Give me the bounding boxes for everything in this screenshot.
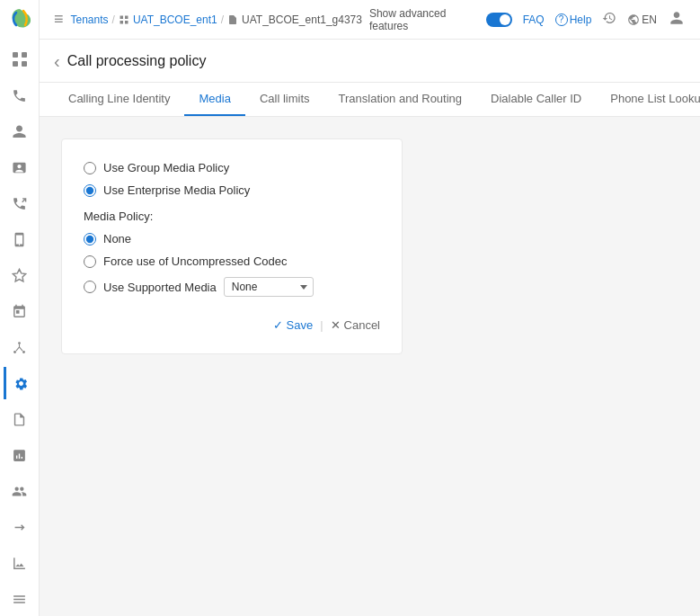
force-uncompressed-label: Force use of Uncompressed Codec xyxy=(103,254,287,268)
sidebar-item-device[interactable] xyxy=(4,223,36,255)
logo[interactable] xyxy=(7,7,32,32)
use-enterprise-media-option[interactable]: Use Enterprise Media Policy xyxy=(84,183,380,197)
svg-point-6 xyxy=(22,351,25,353)
tab-call-limits[interactable]: Call limits xyxy=(245,83,324,116)
svg-rect-10 xyxy=(125,21,128,24)
sidebar-item-calls[interactable] xyxy=(4,187,36,219)
none-policy-option[interactable]: None xyxy=(84,232,380,246)
force-uncompressed-option[interactable]: Force use of Uncompressed Codec xyxy=(84,254,380,268)
main-content: ≡ Tenants / UAT_BCOE_ent1 / UAT_BCOE_ent… xyxy=(40,0,700,616)
use-supported-media-radio[interactable] xyxy=(84,281,96,293)
tab-media[interactable]: Media xyxy=(184,83,244,116)
sidebar-item-network[interactable] xyxy=(4,331,36,363)
sidebar-item-settings[interactable] xyxy=(4,367,36,399)
media-source-radio-group: Use Group Media Policy Use Enterprise Me… xyxy=(84,161,380,197)
faq-link[interactable]: FAQ xyxy=(523,13,545,26)
sidebar-item-users[interactable] xyxy=(4,475,36,507)
sidebar xyxy=(0,0,40,616)
svg-point-4 xyxy=(18,342,21,344)
page-title: Call processing policy xyxy=(67,53,207,69)
tab-dialable-caller-id[interactable]: Dialable Caller ID xyxy=(476,83,596,116)
sidebar-item-reports[interactable] xyxy=(4,439,36,471)
cancel-button[interactable]: ✕ Cancel xyxy=(331,318,380,332)
use-enterprise-media-radio[interactable] xyxy=(84,184,96,197)
use-supported-media-label: Use Supported Media xyxy=(103,281,217,294)
x-icon: ✕ xyxy=(331,318,341,332)
media-policy-card: Use Group Media Policy Use Enterprise Me… xyxy=(61,138,403,354)
media-policy-radio-group: None Force use of Uncompressed Codec Use… xyxy=(84,232,380,297)
page-header: ‹ Call processing policy xyxy=(40,40,700,83)
use-group-media-label: Use Group Media Policy xyxy=(103,161,229,174)
breadcrumb-sep1: / xyxy=(112,13,115,26)
svg-rect-7 xyxy=(120,15,123,19)
sidebar-item-routing[interactable] xyxy=(4,511,36,543)
use-group-media-radio[interactable] xyxy=(84,162,96,174)
history-icon[interactable] xyxy=(602,11,616,28)
tab-content-media: Use Group Media Policy Use Enterprise Me… xyxy=(40,117,700,616)
svg-rect-2 xyxy=(13,61,18,67)
use-supported-media-option[interactable]: Use Supported Media xyxy=(84,281,217,294)
sidebar-item-person[interactable] xyxy=(4,115,36,147)
topbar: ≡ Tenants / UAT_BCOE_ent1 / UAT_BCOE_ent… xyxy=(40,0,700,40)
advanced-features-toggle[interactable] xyxy=(486,13,512,27)
actions-divider: | xyxy=(320,318,323,332)
topbar-right: Show advanced features FAQ ? Help EN xyxy=(369,7,686,32)
supported-media-select[interactable]: None xyxy=(224,277,314,297)
save-button[interactable]: ✓ Save xyxy=(273,318,314,332)
media-policy-section-label: Media Policy: xyxy=(84,210,380,223)
tabs-bar: Calling Line Identity Media Call limits … xyxy=(40,83,700,117)
sidebar-item-analytics[interactable] xyxy=(4,547,36,579)
back-button[interactable]: ‹ xyxy=(54,52,60,70)
show-advanced-label: Show advanced features xyxy=(369,7,475,32)
svg-rect-9 xyxy=(120,21,123,24)
sidebar-item-contacts[interactable] xyxy=(4,151,36,183)
breadcrumb-sep2: / xyxy=(221,13,224,26)
sidebar-item-dashboard[interactable] xyxy=(4,43,36,76)
tab-calling-line-identity[interactable]: Calling Line Identity xyxy=(54,83,184,116)
save-label: Save xyxy=(287,318,314,332)
sidebar-item-favorites[interactable] xyxy=(4,259,36,291)
tab-phone-list-lookup[interactable]: Phone List Lookup xyxy=(596,83,700,116)
none-policy-radio[interactable] xyxy=(84,233,96,246)
supported-media-row: Use Supported Media None xyxy=(84,277,380,297)
use-group-media-option[interactable]: Use Group Media Policy xyxy=(84,161,380,174)
language-icon[interactable]: EN xyxy=(627,13,657,26)
breadcrumb-tenants[interactable]: Tenants xyxy=(71,13,109,26)
svg-rect-1 xyxy=(22,52,27,58)
sidebar-item-phone[interactable] xyxy=(4,79,36,112)
none-policy-label: None xyxy=(103,232,131,246)
breadcrumb: Tenants / UAT_BCOE_ent1 / UAT_BCOE_ent1_… xyxy=(71,13,362,26)
help-link[interactable]: ? Help xyxy=(555,13,592,26)
use-enterprise-media-label: Use Enterprise Media Policy xyxy=(103,183,250,197)
svg-rect-8 xyxy=(125,15,128,19)
svg-rect-0 xyxy=(13,52,18,58)
force-uncompressed-radio[interactable] xyxy=(84,255,96,268)
svg-rect-3 xyxy=(22,61,27,67)
breadcrumb-ent1[interactable]: UAT_BCOE_ent1 xyxy=(133,13,217,26)
sidebar-item-menu[interactable] xyxy=(4,583,36,615)
user-avatar-icon[interactable] xyxy=(668,9,686,30)
hamburger-icon[interactable]: ≡ xyxy=(54,10,64,29)
help-question-icon: ? xyxy=(555,13,568,26)
action-buttons: ✓ Save | ✕ Cancel xyxy=(84,318,380,332)
cancel-label: Cancel xyxy=(344,318,380,332)
svg-point-5 xyxy=(13,351,16,353)
sidebar-item-calendar[interactable] xyxy=(4,295,36,327)
breadcrumb-group[interactable]: UAT_BCOE_ent1_g4373 xyxy=(242,13,362,26)
sidebar-item-docs[interactable] xyxy=(4,403,36,435)
tab-translation-routing[interactable]: Translation and Routing xyxy=(324,83,477,116)
check-icon: ✓ xyxy=(273,318,283,332)
